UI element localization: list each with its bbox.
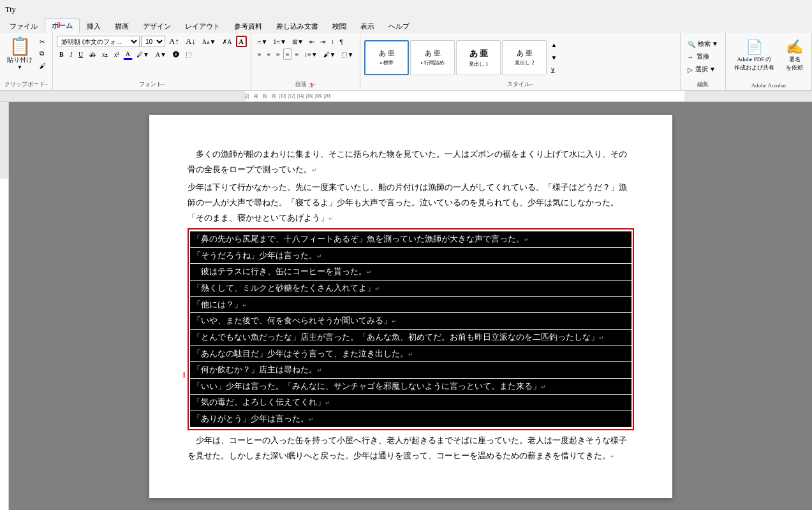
bold-button[interactable]: B bbox=[57, 48, 66, 60]
hl-line-9: 「何か飲むか？」店主は尋ねた。↵ bbox=[190, 362, 631, 378]
line-spacing-button[interactable]: ↕≡▼ bbox=[302, 48, 320, 60]
para-row-2: ≡ ≡ ≡ ≡ ≡ ↕≡▼ 🖌▼ ⬚▼ bbox=[255, 48, 357, 60]
paste-dropdown[interactable]: ▼ bbox=[17, 64, 22, 70]
pilcrow-2: ↵ bbox=[328, 215, 334, 222]
underline-button[interactable]: U bbox=[76, 48, 85, 60]
style-compact[interactable]: あ 亜 ▪ 行間詰め bbox=[410, 40, 455, 75]
sort-button[interactable]: ↕ bbox=[328, 36, 337, 47]
title-bar: Tty bbox=[0, 0, 812, 19]
document-area[interactable]: 1 多くの漁師が船のまわりに集まり、そこに括られた物を見ていた。一人はズボンの裾… bbox=[9, 102, 812, 510]
format-painter-button[interactable]: 🖌 bbox=[37, 60, 48, 71]
superscript-button[interactable]: x² bbox=[112, 48, 122, 60]
tab-draw[interactable]: 描画 bbox=[108, 19, 136, 33]
styles-expand-icon[interactable]: ⌐ bbox=[530, 82, 533, 87]
select-button[interactable]: ▷ 選択 ▼ bbox=[684, 64, 721, 75]
style-h2-text: あ 亜 bbox=[517, 48, 533, 58]
style-h2-label: 見出し 2 bbox=[515, 59, 534, 66]
select-icon: ▷ bbox=[688, 66, 693, 73]
edit-label: 編集 bbox=[697, 80, 709, 89]
tab-review[interactable]: 校閲 bbox=[325, 19, 353, 33]
clipboard-label: クリップボード bbox=[4, 80, 45, 89]
show-marks-button[interactable]: ¶ bbox=[337, 36, 346, 47]
italic-button[interactable]: I bbox=[68, 48, 75, 60]
styles-scroll-down[interactable]: ▼ bbox=[548, 52, 559, 63]
style-compact-label: ▪ 行間詰め bbox=[421, 59, 445, 66]
style-heading1[interactable]: あ 亜 見出し 1 bbox=[456, 40, 501, 75]
change-case-button[interactable]: Aa▼ bbox=[200, 36, 219, 47]
font-grow-button[interactable]: A↑ bbox=[166, 36, 182, 47]
pilcrow-hl-9: ↵ bbox=[317, 367, 322, 374]
font-shrink-button[interactable]: A↓ bbox=[183, 36, 198, 47]
tab-layout[interactable]: レイアウト bbox=[178, 19, 227, 33]
hl-line-10: 「いい」少年は言った。「みんなに、サンチャゴを邪魔しないように言っといて。また来… bbox=[190, 379, 631, 395]
text-effect-button[interactable]: A bbox=[236, 36, 247, 47]
justify-button[interactable]: ≡ bbox=[283, 48, 292, 60]
justify2-button[interactable]: ≡ bbox=[292, 48, 301, 60]
label-2: 2 bbox=[57, 20, 61, 30]
shading-button[interactable]: 🖌▼ bbox=[321, 48, 339, 60]
style-standard-label: ▪ 標準 bbox=[380, 59, 394, 66]
vertical-ruler bbox=[0, 102, 9, 510]
styles-more[interactable]: ⊻ bbox=[548, 64, 559, 76]
borders-button[interactable]: ⬚▼ bbox=[339, 48, 356, 60]
adobe-pdf-label: Adobe PDF の作成および共有 bbox=[734, 55, 774, 72]
font-group: 游明朝 (本文のフォ... 10.5 A↑ A↓ Aa▼ ✗A A B I U … bbox=[53, 33, 251, 90]
font-color-button[interactable]: A bbox=[123, 48, 133, 60]
subscript-button[interactable]: x₂ bbox=[100, 48, 110, 60]
para-after-1: 少年は、コーヒーの入った缶を持って小屋へ行き、老人が起きるまでそばに座っていた。… bbox=[188, 433, 634, 463]
replace-button[interactable]: ↔ 置換 bbox=[684, 51, 721, 62]
font-size-select[interactable]: 10.5 bbox=[141, 36, 165, 47]
pilcrow-hl-3: ↵ bbox=[367, 269, 372, 275]
copy-button[interactable]: ⧉ bbox=[37, 48, 48, 59]
tab-home[interactable]: ホーム bbox=[45, 18, 80, 33]
tab-help[interactable]: ヘルプ bbox=[381, 19, 417, 33]
paragraph-tools: ≡▼ 1≡▼ ⊞▼ ⇤ ⇥ ↕ ¶ ≡ ≡ ≡ ≡ ≡ ↕≡▼ 🖌▼ ⬚▼ bbox=[255, 36, 357, 79]
font-expand-icon[interactable]: ⌐ bbox=[162, 82, 165, 87]
align-left-button[interactable]: ≡ bbox=[255, 48, 264, 60]
tab-design[interactable]: デザイン bbox=[136, 19, 178, 33]
pilcrow-hl-5: ↵ bbox=[242, 302, 247, 309]
font-color-2-button[interactable]: A▼ bbox=[153, 48, 169, 60]
highlight-button[interactable]: 🖊▼ bbox=[134, 48, 152, 60]
ruler-mark-20: |20| bbox=[323, 93, 332, 99]
align-right-button[interactable]: ≡ bbox=[274, 48, 283, 60]
para-2: 少年は下りて行かなかった。先に一度来ていたし、船の片付けは漁師の一人がしてくれて… bbox=[188, 180, 634, 226]
clipboard-expand-icon[interactable]: ⌐ bbox=[45, 82, 48, 87]
tab-insert[interactable]: 挿入 bbox=[80, 19, 108, 33]
strikethrough-button[interactable]: ab bbox=[87, 48, 98, 60]
style-standard[interactable]: あ 亜 ▪ 標準 bbox=[364, 40, 409, 75]
multilevel-button[interactable]: ⊞▼ bbox=[290, 36, 306, 47]
styles-scroll-up[interactable]: ▲ bbox=[548, 39, 559, 50]
para-1: 多くの漁師が船のまわりに集まり、そこに括られた物を見ていた。一人はズボンの裾をま… bbox=[188, 147, 634, 177]
style-heading2[interactable]: あ 亜 見出し 2 bbox=[502, 40, 547, 75]
pilcrow-hl-10: ↵ bbox=[541, 384, 546, 390]
char-shading-button[interactable]: 🅐 bbox=[170, 48, 182, 60]
paragraph-expand-icon[interactable]: ⌐ bbox=[313, 82, 316, 87]
bullets-button[interactable]: ≡▼ bbox=[255, 36, 270, 47]
style-h1-label: 見出し 1 bbox=[469, 61, 488, 68]
adobe-pdf-button[interactable]: 📄 Adobe PDF の作成および共有 bbox=[730, 37, 779, 81]
align-center-button[interactable]: ≡ bbox=[264, 48, 273, 60]
font-tools: 游明朝 (本文のフォ... 10.5 A↑ A↓ Aa▼ ✗A A B I U … bbox=[57, 36, 247, 79]
numbering-button[interactable]: 1≡▼ bbox=[270, 36, 289, 47]
tab-view[interactable]: 表示 bbox=[353, 19, 381, 33]
font-row-1: 游明朝 (本文のフォ... 10.5 A↑ A↓ Aa▼ ✗A A bbox=[57, 36, 247, 47]
clear-format-button[interactable]: ✗A bbox=[219, 36, 234, 47]
char-border-button[interactable]: ⬚ bbox=[183, 48, 194, 60]
decrease-indent-button[interactable]: ⇤ bbox=[307, 36, 317, 47]
adobe-pdf-icon: 📄 bbox=[746, 39, 763, 55]
adobe-sign-button[interactable]: ✍ 署名を依頼 bbox=[781, 37, 808, 81]
highlighted-block: 「鼻の先から尻尾まで、十八フィートあるぞ」魚を測っていた漁師が大きな声で言った。… bbox=[188, 228, 634, 430]
font-name-select[interactable]: 游明朝 (本文のフォ... bbox=[57, 36, 140, 47]
ruler-mark-14: |14| bbox=[296, 93, 305, 99]
font-row-2: B I U ab x₂ x² A 🖊▼ A▼ 🅐 ⬚ bbox=[57, 48, 247, 60]
tab-references[interactable]: 参考資料 bbox=[227, 19, 269, 33]
tab-file[interactable]: ファイル bbox=[3, 19, 45, 33]
paste-button[interactable]: 📋 貼り付け ▼ bbox=[4, 36, 36, 79]
clipboard-tools: 📋 貼り付け ▼ ✂ ⧉ 🖌 bbox=[4, 36, 48, 79]
find-button[interactable]: 🔍 検索 ▼ bbox=[684, 38, 721, 50]
styles-label-row: スタイル ⌐ bbox=[364, 79, 675, 89]
cut-button[interactable]: ✂ bbox=[37, 36, 48, 47]
increase-indent-button[interactable]: ⇥ bbox=[318, 36, 328, 47]
tab-mailings[interactable]: 差し込み文書 bbox=[269, 19, 325, 33]
